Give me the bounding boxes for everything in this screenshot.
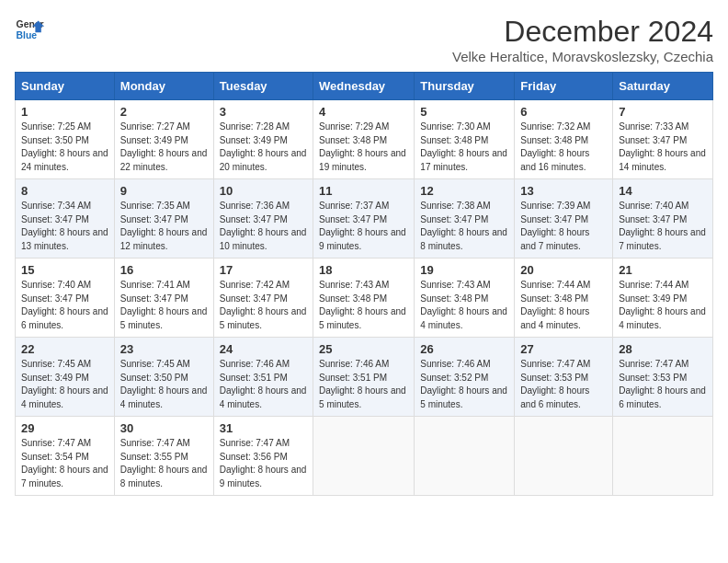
day-info: Sunrise: 7:35 AM Sunset: 3:47 PM Dayligh… bbox=[120, 200, 208, 253]
day-number: 23 bbox=[120, 342, 208, 356]
day-number: 21 bbox=[619, 263, 707, 277]
calendar-cell: 16 Sunrise: 7:41 AM Sunset: 3:47 PM Dayl… bbox=[114, 259, 213, 338]
day-number: 4 bbox=[319, 105, 408, 119]
logo: General Blue bbox=[15, 15, 44, 44]
day-number: 29 bbox=[21, 421, 108, 435]
header-sunday: Sunday bbox=[16, 73, 115, 100]
calendar-cell: 17 Sunrise: 7:42 AM Sunset: 3:47 PM Dayl… bbox=[213, 259, 313, 338]
calendar-cell bbox=[613, 417, 713, 496]
day-info: Sunrise: 7:33 AM Sunset: 3:47 PM Dayligh… bbox=[619, 121, 707, 174]
day-number: 19 bbox=[420, 263, 508, 277]
day-number: 14 bbox=[619, 184, 707, 198]
calendar-cell: 26 Sunrise: 7:46 AM Sunset: 3:52 PM Dayl… bbox=[415, 338, 515, 417]
day-info: Sunrise: 7:47 AM Sunset: 3:56 PM Dayligh… bbox=[220, 437, 307, 490]
day-number: 31 bbox=[220, 421, 307, 435]
calendar-cell: 22 Sunrise: 7:45 AM Sunset: 3:49 PM Dayl… bbox=[16, 338, 115, 417]
day-info: Sunrise: 7:38 AM Sunset: 3:47 PM Dayligh… bbox=[420, 200, 508, 253]
day-info: Sunrise: 7:25 AM Sunset: 3:50 PM Dayligh… bbox=[21, 121, 108, 174]
day-info: Sunrise: 7:28 AM Sunset: 3:49 PM Dayligh… bbox=[220, 121, 307, 174]
day-info: Sunrise: 7:32 AM Sunset: 3:48 PM Dayligh… bbox=[520, 121, 607, 174]
calendar-cell: 4 Sunrise: 7:29 AM Sunset: 3:48 PM Dayli… bbox=[313, 100, 415, 179]
day-info: Sunrise: 7:43 AM Sunset: 3:48 PM Dayligh… bbox=[319, 279, 408, 332]
calendar-cell: 29 Sunrise: 7:47 AM Sunset: 3:54 PM Dayl… bbox=[16, 417, 115, 496]
calendar-cell: 30 Sunrise: 7:47 AM Sunset: 3:55 PM Dayl… bbox=[114, 417, 213, 496]
header-wednesday: Wednesday bbox=[313, 73, 415, 100]
day-number: 7 bbox=[619, 105, 707, 119]
day-number: 2 bbox=[120, 105, 208, 119]
week-row-5: 29 Sunrise: 7:47 AM Sunset: 3:54 PM Dayl… bbox=[16, 417, 713, 496]
title-area: December 2024 Velke Heraltice, Moravskos… bbox=[452, 15, 713, 64]
calendar-cell: 18 Sunrise: 7:43 AM Sunset: 3:48 PM Dayl… bbox=[313, 259, 415, 338]
day-info: Sunrise: 7:34 AM Sunset: 3:47 PM Dayligh… bbox=[21, 200, 108, 253]
day-number: 13 bbox=[520, 184, 607, 198]
day-number: 24 bbox=[220, 342, 307, 356]
day-info: Sunrise: 7:30 AM Sunset: 3:48 PM Dayligh… bbox=[420, 121, 508, 174]
day-number: 18 bbox=[319, 263, 408, 277]
day-info: Sunrise: 7:39 AM Sunset: 3:47 PM Dayligh… bbox=[520, 200, 607, 253]
calendar-cell: 13 Sunrise: 7:39 AM Sunset: 3:47 PM Dayl… bbox=[515, 179, 613, 259]
week-row-1: 1 Sunrise: 7:25 AM Sunset: 3:50 PM Dayli… bbox=[16, 100, 713, 179]
day-number: 6 bbox=[520, 105, 607, 119]
calendar-cell: 9 Sunrise: 7:35 AM Sunset: 3:47 PM Dayli… bbox=[114, 179, 213, 259]
calendar-cell: 5 Sunrise: 7:30 AM Sunset: 3:48 PM Dayli… bbox=[415, 100, 515, 179]
day-number: 16 bbox=[120, 263, 208, 277]
calendar-cell: 25 Sunrise: 7:46 AM Sunset: 3:51 PM Dayl… bbox=[313, 338, 415, 417]
header-monday: Monday bbox=[114, 73, 213, 100]
day-info: Sunrise: 7:47 AM Sunset: 3:53 PM Dayligh… bbox=[520, 358, 607, 411]
logo-icon: General Blue bbox=[15, 15, 44, 44]
month-title: December 2024 bbox=[452, 15, 713, 49]
day-number: 9 bbox=[120, 184, 208, 198]
calendar-cell: 28 Sunrise: 7:47 AM Sunset: 3:53 PM Dayl… bbox=[613, 338, 713, 417]
calendar-cell: 1 Sunrise: 7:25 AM Sunset: 3:50 PM Dayli… bbox=[16, 100, 115, 179]
day-number: 27 bbox=[520, 342, 607, 356]
header-thursday: Thursday bbox=[415, 73, 515, 100]
day-info: Sunrise: 7:46 AM Sunset: 3:52 PM Dayligh… bbox=[420, 358, 508, 411]
svg-text:Blue: Blue bbox=[17, 30, 38, 40]
calendar-cell: 11 Sunrise: 7:37 AM Sunset: 3:47 PM Dayl… bbox=[313, 179, 415, 259]
calendar-cell: 2 Sunrise: 7:27 AM Sunset: 3:49 PM Dayli… bbox=[114, 100, 213, 179]
day-number: 8 bbox=[21, 184, 108, 198]
day-number: 5 bbox=[420, 105, 508, 119]
day-info: Sunrise: 7:42 AM Sunset: 3:47 PM Dayligh… bbox=[220, 279, 307, 332]
calendar-cell bbox=[313, 417, 415, 496]
header: General Blue December 2024 Velke Heralti… bbox=[15, 15, 713, 64]
calendar-cell: 8 Sunrise: 7:34 AM Sunset: 3:47 PM Dayli… bbox=[16, 179, 115, 259]
day-info: Sunrise: 7:40 AM Sunset: 3:47 PM Dayligh… bbox=[619, 200, 707, 253]
day-info: Sunrise: 7:36 AM Sunset: 3:47 PM Dayligh… bbox=[220, 200, 307, 253]
day-info: Sunrise: 7:41 AM Sunset: 3:47 PM Dayligh… bbox=[120, 279, 208, 332]
calendar-cell: 15 Sunrise: 7:40 AM Sunset: 3:47 PM Dayl… bbox=[16, 259, 115, 338]
day-number: 12 bbox=[420, 184, 508, 198]
week-row-2: 8 Sunrise: 7:34 AM Sunset: 3:47 PM Dayli… bbox=[16, 179, 713, 259]
day-info: Sunrise: 7:40 AM Sunset: 3:47 PM Dayligh… bbox=[21, 279, 108, 332]
day-number: 11 bbox=[319, 184, 408, 198]
header-tuesday: Tuesday bbox=[213, 73, 313, 100]
day-number: 1 bbox=[21, 105, 108, 119]
day-info: Sunrise: 7:27 AM Sunset: 3:49 PM Dayligh… bbox=[120, 121, 208, 174]
day-number: 30 bbox=[120, 421, 208, 435]
location-subtitle: Velke Heraltice, Moravskoslezsky, Czechi… bbox=[452, 49, 713, 64]
day-number: 3 bbox=[220, 105, 307, 119]
calendar-cell: 20 Sunrise: 7:44 AM Sunset: 3:48 PM Dayl… bbox=[515, 259, 613, 338]
day-number: 20 bbox=[520, 263, 607, 277]
calendar-cell: 21 Sunrise: 7:44 AM Sunset: 3:49 PM Dayl… bbox=[613, 259, 713, 338]
day-number: 22 bbox=[21, 342, 108, 356]
day-number: 17 bbox=[220, 263, 307, 277]
day-number: 28 bbox=[619, 342, 707, 356]
calendar-cell: 27 Sunrise: 7:47 AM Sunset: 3:53 PM Dayl… bbox=[515, 338, 613, 417]
calendar-cell: 14 Sunrise: 7:40 AM Sunset: 3:47 PM Dayl… bbox=[613, 179, 713, 259]
calendar-table: SundayMondayTuesdayWednesdayThursdayFrid… bbox=[15, 72, 713, 496]
calendar-cell: 12 Sunrise: 7:38 AM Sunset: 3:47 PM Dayl… bbox=[415, 179, 515, 259]
calendar-cell: 24 Sunrise: 7:46 AM Sunset: 3:51 PM Dayl… bbox=[213, 338, 313, 417]
day-info: Sunrise: 7:29 AM Sunset: 3:48 PM Dayligh… bbox=[319, 121, 408, 174]
calendar-cell: 7 Sunrise: 7:33 AM Sunset: 3:47 PM Dayli… bbox=[613, 100, 713, 179]
calendar-cell: 19 Sunrise: 7:43 AM Sunset: 3:48 PM Dayl… bbox=[415, 259, 515, 338]
day-info: Sunrise: 7:47 AM Sunset: 3:53 PM Dayligh… bbox=[619, 358, 707, 411]
day-info: Sunrise: 7:46 AM Sunset: 3:51 PM Dayligh… bbox=[220, 358, 307, 411]
day-number: 25 bbox=[319, 342, 408, 356]
calendar-cell: 3 Sunrise: 7:28 AM Sunset: 3:49 PM Dayli… bbox=[213, 100, 313, 179]
calendar-cell: 10 Sunrise: 7:36 AM Sunset: 3:47 PM Dayl… bbox=[213, 179, 313, 259]
week-row-4: 22 Sunrise: 7:45 AM Sunset: 3:49 PM Dayl… bbox=[16, 338, 713, 417]
header-saturday: Saturday bbox=[613, 73, 713, 100]
day-info: Sunrise: 7:44 AM Sunset: 3:48 PM Dayligh… bbox=[520, 279, 607, 332]
week-row-3: 15 Sunrise: 7:40 AM Sunset: 3:47 PM Dayl… bbox=[16, 259, 713, 338]
